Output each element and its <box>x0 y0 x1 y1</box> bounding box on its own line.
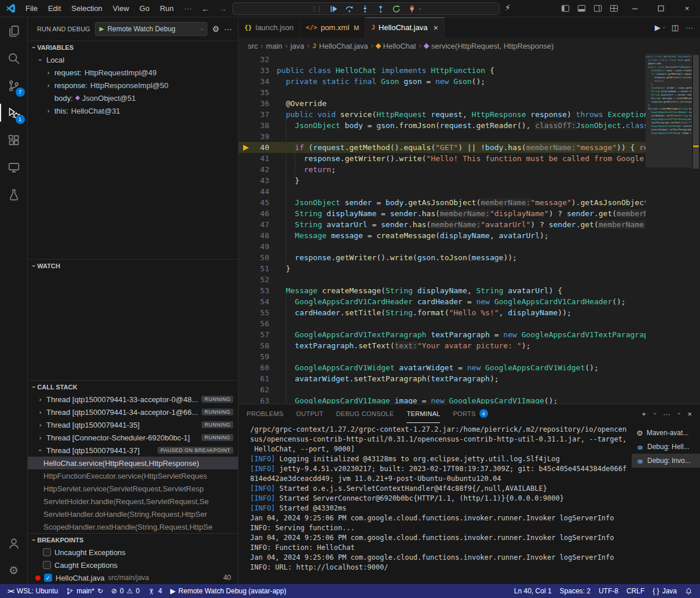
breakpoint-row[interactable]: Caught Exceptions <box>28 559 238 571</box>
toggle-secondary-sidebar-button[interactable] <box>589 0 606 17</box>
remote-indicator[interactable]: ><WSL: Ubuntu <box>3 584 62 598</box>
breakpoint-row[interactable]: Uncaught Exceptions <box>28 546 238 559</box>
panel-tab-ports[interactable]: PORTS4 <box>453 404 488 423</box>
call-stack-thread[interactable]: ›Thread [qtp1500079441-33-acceptor-0@48.… <box>28 393 238 406</box>
menu-run[interactable]: Run <box>155 4 179 13</box>
gutter[interactable]: 50 <box>239 252 277 263</box>
gutter[interactable]: 62 <box>239 384 277 395</box>
code-line-38[interactable]: 38 JsonObject body = gson.fromJson(reque… <box>239 120 646 131</box>
code-line-50[interactable]: 50 response.getWriter().write(gson.toJso… <box>239 252 646 263</box>
maximize-panel-button[interactable]: › <box>676 413 682 414</box>
nav-forward-button[interactable]: → <box>214 4 232 13</box>
close-panel-button[interactable]: × <box>687 410 692 418</box>
terminal-list-item[interactable]: ⚙Maven-avat... <box>632 426 700 440</box>
gutter[interactable]: 60 <box>239 362 277 373</box>
gutter[interactable]: 51 <box>239 263 277 274</box>
activity-settings[interactable]: ⚙ <box>0 557 28 584</box>
activity-account[interactable] <box>0 530 28 557</box>
breakpoint-checkbox[interactable] <box>43 561 51 569</box>
menu-view[interactable]: View <box>108 4 134 13</box>
tab-launch.json[interactable]: {}launch.json <box>239 17 300 38</box>
step-into-button[interactable] <box>359 3 371 14</box>
editor-more-actions-button[interactable]: ··· <box>686 24 693 31</box>
code-line-32[interactable]: 32 <box>239 54 646 65</box>
call-stack-frame[interactable]: ServletHolder.handle(Request,ServletRequ… <box>28 495 238 508</box>
code-line-33[interactable]: 33public class HelloChat implements Http… <box>239 65 646 76</box>
variable-row[interactable]: ›this:HelloChat@31 <box>28 104 238 117</box>
code-line-34[interactable]: 34 private static final Gson gson = new … <box>239 76 646 87</box>
code-line-47[interactable]: 47 String avatarUrl = sender.has(memberN… <box>239 219 646 230</box>
menu-go[interactable]: Go <box>134 4 155 13</box>
activity-remote-explorer[interactable] <box>0 154 28 181</box>
activity-explorer[interactable] <box>0 17 28 45</box>
gutter[interactable]: 45 <box>239 197 277 208</box>
gutter[interactable]: 35 <box>239 87 277 98</box>
code-line-46[interactable]: 46 String displayName = sender.has(membe… <box>239 208 646 219</box>
code-line-45[interactable]: 45 JsonObject sender = body.getAsJsonObj… <box>239 197 646 208</box>
breadcrumb-item[interactable]: java <box>291 42 305 50</box>
call-stack-frame[interactable]: HelloChat.service(HttpRequest,HttpRespon… <box>28 457 238 469</box>
code-line-37[interactable]: 37 public void service(HttpRequest reque… <box>239 109 646 120</box>
menu-edit[interactable]: Edit <box>43 4 66 13</box>
gutter[interactable]: 39 <box>239 131 277 142</box>
gutter[interactable]: 46 <box>239 208 277 219</box>
call-stack-frame[interactable]: ScopedHandler.nextHandle(String,Request,… <box>28 520 238 533</box>
breadcrumb-item[interactable]: HelloChat <box>376 42 416 50</box>
gutter[interactable]: 63 <box>239 395 277 404</box>
gutter[interactable]: 47 <box>239 219 277 230</box>
code-line-52[interactable]: 52 <box>239 274 646 285</box>
views-more-actions-icon[interactable]: ··· <box>224 25 232 33</box>
code-line-55[interactable]: 55 cardHeader.setTitle(String.format("He… <box>239 307 646 318</box>
gutter[interactable]: 37 <box>239 109 277 120</box>
new-terminal-button[interactable]: + <box>642 410 646 418</box>
gutter[interactable]: 53 <box>239 285 277 296</box>
code-line-48[interactable]: 48 Message message = createMessage(displ… <box>239 230 646 241</box>
breadcrumb-item[interactable]: src <box>248 42 258 50</box>
gutter[interactable]: 48 <box>239 230 277 241</box>
breadcrumb-item[interactable]: service(HttpRequest, HttpResponse) <box>424 42 554 50</box>
command-center[interactable]: ⋮⋮ › <box>232 2 500 15</box>
gutter[interactable]: 34 <box>239 76 277 87</box>
start-debug-icon[interactable]: ▶ <box>100 26 104 32</box>
gutter[interactable]: 59 <box>239 351 277 362</box>
code-line-54[interactable]: 54 GoogleAppsCardV1CardHeader cardHeader… <box>239 296 646 307</box>
call-stack-frame[interactable]: ServletHandler.doHandle(String,Request,H… <box>28 508 238 520</box>
terminal-output[interactable]: /grpc/grpc-context/1.27.2/grpc-context-1… <box>239 423 632 584</box>
gutter[interactable]: 38 <box>239 120 277 131</box>
code-line-44[interactable]: 44 <box>239 186 646 197</box>
code-line-39[interactable]: 39 <box>239 131 646 142</box>
breakpoint-checkbox[interactable] <box>43 548 51 556</box>
disconnect-button[interactable] <box>406 3 417 14</box>
gutter[interactable]: 61 <box>239 373 277 384</box>
maximize-button[interactable] <box>648 0 674 17</box>
debug-session[interactable]: ▶Remote Watch Debug (avatar-app) <box>166 584 291 598</box>
menu-selection[interactable]: Selection <box>66 4 107 13</box>
activity-source-control[interactable]: 7 <box>0 72 28 99</box>
call-stack-section-header[interactable]: ›CALL STACK <box>28 380 238 393</box>
launch-config-dropdown[interactable]: ▶ Remote Watch Debug › <box>95 22 208 36</box>
panel-tab-terminal[interactable]: TERMINAL <box>406 404 440 423</box>
code-line-57[interactable]: 57 GoogleAppsCardV1TextParagraph textPar… <box>239 329 646 340</box>
debug-settings-gear-icon[interactable]: ⚙ <box>212 25 219 33</box>
code-line-62[interactable]: 62 <box>239 384 646 395</box>
variable-row[interactable]: ›request:HttpRequestImpl@49 <box>28 66 238 79</box>
debug-toolbar-drag-handle-icon[interactable]: ⋮⋮ <box>311 6 321 12</box>
cursor-position[interactable]: Ln 40, Col 1 <box>510 584 556 598</box>
problems[interactable]: ⊘0⚠0 <box>107 584 144 598</box>
menu-overflow[interactable]: ··· <box>179 4 197 13</box>
code-line-40[interactable]: 40 if (request.getMethod().equals("GET")… <box>239 142 646 153</box>
toggle-panel-button[interactable] <box>573 0 589 17</box>
nav-back-button[interactable]: ← <box>197 4 214 13</box>
code-line-35[interactable]: 35 <box>239 87 646 98</box>
variable-row[interactable]: ›response:HttpResponseImpl@50 <box>28 79 238 92</box>
code-line-58[interactable]: 58 textParagraph.setText(text:"Your avat… <box>239 340 646 351</box>
debug-continue-button[interactable] <box>328 3 339 14</box>
activity-extensions[interactable] <box>0 126 28 154</box>
code-area[interactable]: 3233public class HelloChat implements Ht… <box>239 54 646 404</box>
code-line-36[interactable]: 36 @Override <box>239 98 646 109</box>
code-line-41[interactable]: 41 response.getWriter().write("Hello! Th… <box>239 153 646 164</box>
ports-forwarded[interactable]: 4 <box>144 584 166 598</box>
gutter[interactable]: 41 <box>239 153 277 164</box>
variable-row[interactable]: body:JsonObject@51 <box>28 92 238 104</box>
editor-scrollbar[interactable] <box>692 54 700 404</box>
